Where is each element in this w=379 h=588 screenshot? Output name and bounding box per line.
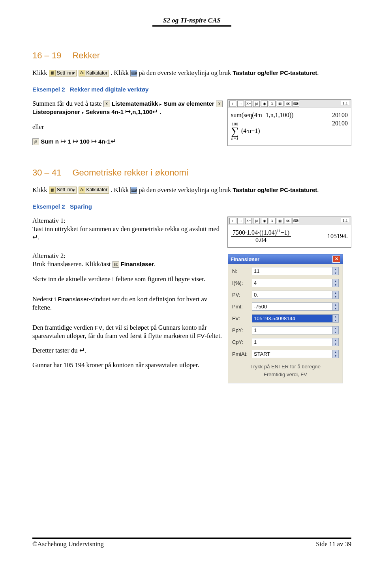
x-box-icon[interactable]: X — [103, 101, 110, 107]
field-pmt[interactable]: ▴▾ — [252, 302, 339, 311]
toolbar-btn[interactable]: ↔ — [237, 101, 244, 107]
sqrt-icon: √x — [79, 187, 85, 193]
calc-toolbar: f ↔ X= ∫d ◉ X ▦ $€ ⌨ 1.1 — [228, 100, 351, 108]
toolbar-btn[interactable]: ◉ — [261, 218, 268, 224]
page-footer: ©Aschehoug Undervisning Side 11 av 39 — [32, 538, 351, 548]
field-i[interactable]: ▴▾ — [252, 279, 339, 287]
toolbar-btn[interactable]: ∫d — [253, 101, 260, 107]
page-header: S2 og TI-nspire CAS — [32, 17, 351, 29]
field-pv[interactable]: ▴▾ — [252, 291, 339, 299]
toolbar-btn[interactable]: ∫d — [253, 218, 260, 224]
spin-up-icon[interactable]: ▴ — [333, 291, 338, 295]
toolbar-btn[interactable]: f — [229, 101, 236, 107]
enter-icon: ↵ — [32, 233, 38, 241]
toolbar-btn[interactable]: ⌨ — [293, 218, 299, 224]
insert-button[interactable]: ▦Sett inn▾ — [49, 187, 77, 193]
finans-title: Finansløser — [231, 256, 259, 262]
toolbar-btn[interactable]: X= — [245, 101, 252, 107]
toolbar-btn[interactable]: $€ — [285, 101, 291, 107]
spin-up-icon[interactable]: ▴ — [333, 338, 338, 342]
calculator-button[interactable]: √xKalkulator — [79, 70, 109, 77]
spin-up-icon[interactable]: ▴ — [333, 279, 338, 283]
example2-sparing-title: Eksempel 2 Sparing — [32, 203, 351, 210]
p3: Skriv inn de aktuelle verdiene i feltene… — [32, 275, 224, 283]
spin-down-icon[interactable]: ▾ — [333, 271, 338, 275]
spin-down-icon[interactable]: ▾ — [333, 354, 338, 358]
sec1-intro: Klikk ▦Sett inn▾ √xKalkulator . Klikk ⌨ … — [32, 69, 351, 77]
field-fv[interactable]: ▴▾ — [252, 314, 339, 323]
p4: Nederst i Finansløser-vinduet ser du en … — [32, 295, 224, 312]
finance-icon[interactable]: $€ — [113, 261, 119, 268]
spin-up-icon[interactable]: ▴ — [333, 327, 338, 330]
x-box-icon[interactable]: X — [216, 101, 223, 107]
lbl-ppy: PpY: — [232, 327, 252, 333]
calc-screenshot-1: f ↔ X= ∫d ◉ X ▦ $€ ⌨ 1.1 sum(seq(4·n−1,n… — [227, 99, 351, 146]
calculator-button[interactable]: √xKalkulator — [79, 187, 109, 193]
lbl-pmt: Pmt: — [232, 304, 252, 310]
p6: Deretter taster du ↵. — [32, 346, 224, 355]
header-title: S2 og TI-nspire CAS — [163, 17, 221, 24]
calc-toolbar: f ↔ X= ∫d ◉ X ▦ $€ ⌨ 1.1 — [228, 217, 351, 225]
toolbar-btn[interactable]: $€ — [285, 218, 291, 224]
sqrt-icon: √x — [79, 70, 85, 76]
toolbar-btn[interactable]: ▦ — [277, 101, 283, 107]
lbl-cpy: CpY: — [232, 339, 252, 345]
tab-icon: ↦ — [60, 137, 66, 146]
section-geom-title: 30 – 41Geometriske rekker i økonomi — [32, 168, 351, 178]
kalk-label: Kalkulator — [86, 70, 107, 76]
calc-expr: sum(seq(4·n−1,n,1,100)) — [231, 112, 293, 119]
integral-icon[interactable]: ∫d — [32, 138, 39, 145]
toolbar-btn[interactable]: X= — [245, 218, 252, 224]
toolbar-btn[interactable]: ◉ — [261, 101, 268, 107]
spin-up-icon[interactable]: ▴ — [333, 350, 338, 354]
field-ppy[interactable]: ▴▾ — [252, 326, 339, 334]
frac-expr: 7500·1.04·((1.04)11−1) 0.04 — [231, 229, 291, 244]
footer-right: Side 11 av 39 — [316, 540, 351, 548]
toolbar-btn[interactable]: ⌨ — [293, 101, 299, 107]
spin-down-icon[interactable]: ▾ — [333, 307, 338, 311]
calc-result: 20100 — [332, 112, 348, 119]
lbl-pmtat: PmtAt: — [232, 351, 252, 357]
tab-icon: ↦ — [125, 108, 131, 116]
footer-left: ©Aschehoug Undervisning — [32, 540, 104, 548]
finans-hint: Trykk på ENTER for å beregne Fremtidig v… — [232, 363, 339, 378]
sigma-expr: 100 ∑ n=1 (4·n−1) — [231, 120, 260, 142]
close-icon[interactable]: ✕ — [332, 256, 340, 263]
example2-title: Eksempel 2 Rekker med digitale verktøy — [32, 86, 351, 93]
p7: Gunnar har 105 194 kroner på kontoen når… — [32, 361, 224, 369]
spin-up-icon[interactable]: ▴ — [333, 303, 338, 307]
finans-window: Finansløser ✕ N: ▴▾ I(%): ▴▾ PV: ▴▾ Pmt:… — [228, 254, 343, 383]
enter-icon: ↵ — [152, 108, 158, 116]
keyboard-icon[interactable]: ⌨ — [130, 70, 137, 77]
spin-up-icon[interactable]: ▴ — [333, 315, 338, 319]
toolbar-btn[interactable]: ▦ — [277, 218, 283, 224]
tab-icon: ↦ — [91, 137, 97, 146]
toolbar-btn[interactable]: X — [269, 218, 276, 224]
sec1-alt-expr: ∫d Sum n ↦ 1 ↦ 100 ↦ 4n-1↵ — [32, 137, 223, 146]
toolbar-btn[interactable]: ↔ — [237, 218, 244, 224]
toolbar-btn[interactable]: f — [229, 218, 236, 224]
spin-up-icon[interactable]: ▴ — [333, 267, 338, 271]
sec2-intro: Klikk ▦Sett inn▾ √xKalkulator . Klikk ⌨ … — [32, 186, 351, 194]
field-pmtat[interactable]: ▴▾ — [252, 350, 339, 358]
spin-down-icon[interactable]: ▾ — [333, 342, 338, 346]
keyboard-icon[interactable]: ⌨ — [130, 187, 137, 194]
calc-result: 105194. — [327, 233, 348, 240]
spin-down-icon[interactable]: ▾ — [333, 283, 338, 287]
field-n[interactable]: ▴▾ — [252, 267, 339, 275]
lbl-n: N: — [232, 268, 252, 274]
spin-down-icon[interactable]: ▾ — [333, 319, 338, 323]
toolbar-btn[interactable]: X — [269, 101, 276, 107]
calc-screenshot-2: f ↔ X= ∫d ◉ X ▦ $€ ⌨ 1.1 7500·1.04·((1.0… — [227, 217, 351, 248]
document-icon: ▦ — [49, 187, 56, 193]
alt2: Alternativ 2: Bruk finansløseren. Klikk/… — [32, 252, 224, 268]
spin-down-icon[interactable]: ▾ — [333, 330, 338, 334]
insert-button[interactable]: ▦Sett inn▾ — [49, 70, 77, 77]
field-cpy[interactable]: ▴▾ — [252, 338, 339, 346]
eller: eller — [32, 123, 223, 131]
section-rekker-title: 16 – 19Rekker — [32, 50, 351, 61]
enter-icon: ↵ — [79, 346, 85, 355]
spin-down-icon[interactable]: ▾ — [333, 295, 338, 299]
enter-icon: ↵ — [111, 137, 116, 146]
lbl-fv: FV: — [232, 315, 252, 321]
